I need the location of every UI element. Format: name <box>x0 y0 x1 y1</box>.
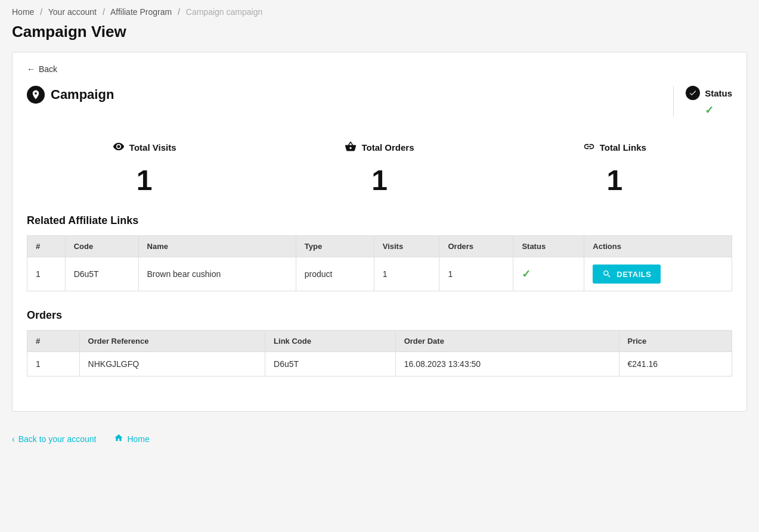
back-arrow-footer-icon: ‹ <box>12 434 15 444</box>
ord-row-linkcode: D6u5T <box>265 352 396 377</box>
ord-col-ref: Order Reference <box>79 331 265 352</box>
ord-col-num: # <box>27 331 80 352</box>
stat-links-value: 1 <box>497 164 732 197</box>
home-icon <box>114 433 123 444</box>
breadcrumb-home[interactable]: Home <box>12 7 34 17</box>
page-title: Campaign View <box>12 23 747 41</box>
table-row: 1 D6u5T Brown bear cushion product 1 1 ✓… <box>27 257 732 291</box>
campaign-title: Campaign <box>27 86 114 104</box>
ord-col-date: Order Date <box>395 331 619 352</box>
breadcrumb-current: Campaign campaign <box>186 7 262 17</box>
affiliate-links-section: Related Affiliate Links # Code Name Type… <box>27 214 732 291</box>
basket-icon <box>345 141 357 154</box>
home-label: Home <box>127 434 149 444</box>
eye-icon <box>113 141 125 154</box>
stat-visits-label: Total Visits <box>27 141 262 154</box>
table-row: 1 NHKGJLGFQ D6u5T 16.08.2023 13:43:50 €2… <box>27 352 732 377</box>
back-label: Back <box>39 64 57 74</box>
campaign-icon <box>27 86 45 104</box>
orders-table: # Order Reference Link Code Order Date P… <box>27 330 732 377</box>
breadcrumb: Home / Your account / Affiliate Program … <box>12 7 747 17</box>
home-link[interactable]: Home <box>114 433 149 444</box>
row-orders: 1 <box>439 257 513 291</box>
row-code: D6u5T <box>65 257 138 291</box>
affiliate-links-table: # Code Name Type Visits Orders Status Ac… <box>27 235 732 291</box>
col-type: Type <box>296 236 374 257</box>
col-name: Name <box>138 236 296 257</box>
orders-title: Orders <box>27 309 732 322</box>
orders-section: Orders # Order Reference Link Code Order… <box>27 309 732 377</box>
col-visits: Visits <box>374 236 439 257</box>
campaign-header: Campaign Status ✓ <box>27 86 732 117</box>
breadcrumb-sep-3: / <box>178 7 180 17</box>
row-actions[interactable]: DETAILS <box>584 257 732 291</box>
breadcrumb-sep-2: / <box>103 7 105 17</box>
stat-total-orders: Total Orders 1 <box>262 141 497 197</box>
breadcrumb-sep-1: / <box>40 7 42 17</box>
row-visits: 1 <box>374 257 439 291</box>
affiliate-links-thead: # Code Name Type Visits Orders Status Ac… <box>27 236 732 257</box>
status-label: Status <box>705 88 732 98</box>
link-icon <box>583 141 595 154</box>
back-to-account-label: Back to your account <box>18 434 97 444</box>
ord-col-price: Price <box>619 331 732 352</box>
details-button[interactable]: DETAILS <box>593 265 661 284</box>
campaign-name: Campaign <box>51 87 114 102</box>
col-actions: Actions <box>584 236 732 257</box>
search-icon <box>602 269 612 279</box>
row-type: product <box>296 257 374 291</box>
ord-col-linkcode: Link Code <box>265 331 396 352</box>
orders-body: 1 NHKGJLGFQ D6u5T 16.08.2023 13:43:50 €2… <box>27 352 732 377</box>
status-top: Status <box>686 86 732 100</box>
affiliate-links-header-row: # Code Name Type Visits Orders Status Ac… <box>27 236 732 257</box>
stat-orders-label: Total Orders <box>262 141 497 154</box>
stat-visits-value: 1 <box>27 164 262 197</box>
row-num: 1 <box>27 257 66 291</box>
status-active-check: ✓ <box>705 104 714 116</box>
col-orders: Orders <box>439 236 513 257</box>
col-num: # <box>27 236 66 257</box>
ord-row-price: €241.16 <box>619 352 732 377</box>
back-button[interactable]: ← Back <box>27 64 57 74</box>
ord-row-ref: NHKGJLGFQ <box>79 352 265 377</box>
back-to-account-link[interactable]: ‹ Back to your account <box>12 433 96 444</box>
status-check-icon <box>686 86 700 100</box>
orders-thead: # Order Reference Link Code Order Date P… <box>27 331 732 352</box>
stat-links-label: Total Links <box>497 141 732 154</box>
affiliate-links-title: Related Affiliate Links <box>27 214 732 227</box>
row-name: Brown bear cushion <box>138 257 296 291</box>
back-arrow-icon: ← <box>27 64 35 74</box>
breadcrumb-affiliate[interactable]: Affiliate Program <box>110 7 172 17</box>
stat-orders-value: 1 <box>262 164 497 197</box>
col-code: Code <box>65 236 138 257</box>
stats-row: Total Visits 1 Total Orders 1 <box>27 135 732 209</box>
footer-links: ‹ Back to your account Home <box>12 424 747 450</box>
stat-total-visits: Total Visits 1 <box>27 141 262 197</box>
col-status: Status <box>513 236 584 257</box>
ord-row-num: 1 <box>27 352 80 377</box>
stat-total-links: Total Links 1 <box>497 141 732 197</box>
row-status: ✓ <box>513 257 584 291</box>
status-wrapper: Status ✓ <box>686 86 732 117</box>
status-section: Status ✓ <box>673 86 732 117</box>
breadcrumb-account[interactable]: Your account <box>48 7 97 17</box>
ord-row-date: 16.08.2023 13:43:50 <box>395 352 619 377</box>
affiliate-links-body: 1 D6u5T Brown bear cushion product 1 1 ✓… <box>27 257 732 291</box>
main-card: ← Back Campaign <box>12 52 747 412</box>
orders-header-row: # Order Reference Link Code Order Date P… <box>27 331 732 352</box>
